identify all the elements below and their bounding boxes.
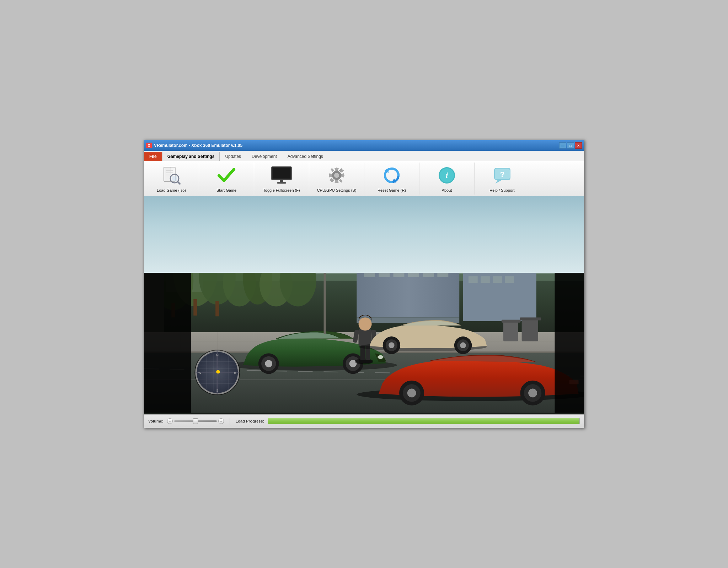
volume-control: − + xyxy=(167,418,224,424)
svg-rect-150 xyxy=(324,262,326,334)
reset-game-label: Reset Game (R) xyxy=(378,188,406,192)
load-progress-label: Load Progress: xyxy=(236,419,264,423)
volume-decrease-button[interactable]: − xyxy=(167,418,173,424)
app-icon: X xyxy=(146,143,152,148)
svg-point-117 xyxy=(265,360,272,367)
svg-marker-25 xyxy=(496,180,502,184)
toggle-fullscreen-button[interactable]: Toggle Fullscreen (F) xyxy=(254,163,309,195)
svg-rect-127 xyxy=(359,329,372,346)
svg-point-17 xyxy=(334,173,339,178)
svg-text:W: W xyxy=(198,371,202,375)
tab-development[interactable]: Development xyxy=(246,152,282,161)
window-controls: — □ ✕ xyxy=(559,142,582,149)
game-viewport: N S W E xyxy=(144,196,584,414)
reset-icon xyxy=(380,164,403,187)
svg-point-130 xyxy=(359,318,372,331)
svg-point-6 xyxy=(172,176,177,181)
svg-rect-148 xyxy=(502,320,521,323)
menu-bar: File Gameplay and Settings Updates Devel… xyxy=(144,151,584,161)
reset-game-button[interactable]: Reset Game (R) xyxy=(364,163,419,195)
tab-advanced-settings[interactable]: Advanced Settings xyxy=(282,152,328,161)
svg-rect-90 xyxy=(493,276,502,283)
svg-rect-91 xyxy=(505,276,514,283)
application-window: X VRemulator.com - Xbox 360 Emulator v.1… xyxy=(144,140,584,428)
help-support-label: Help / Support xyxy=(489,188,514,192)
sky xyxy=(144,196,584,272)
svg-text:S: S xyxy=(216,389,218,392)
about-button[interactable]: i About xyxy=(419,163,475,195)
minimize-button[interactable]: — xyxy=(559,142,566,149)
svg-text:N: N xyxy=(216,354,219,357)
svg-rect-100 xyxy=(193,299,197,315)
help-icon: ? xyxy=(491,164,514,187)
about-icon: i xyxy=(435,164,458,187)
svg-rect-149 xyxy=(520,318,541,320)
svg-rect-126 xyxy=(365,360,372,363)
svg-text:?: ? xyxy=(500,170,504,179)
cpu-gpu-settings-button[interactable]: CPU/GPU Settings (S) xyxy=(309,163,364,195)
monitor-icon xyxy=(270,164,293,187)
svg-rect-11 xyxy=(280,180,283,182)
window-title: VRemulator.com - Xbox 360 Emulator v.1.0… xyxy=(154,143,242,148)
about-label: About xyxy=(442,188,452,192)
title-bar: X VRemulator.com - Xbox 360 Emulator v.1… xyxy=(144,140,584,151)
svg-rect-101 xyxy=(215,301,219,316)
help-support-button[interactable]: ? Help / Support xyxy=(475,163,530,195)
start-game-button[interactable]: Start Game xyxy=(199,163,254,195)
start-game-icon xyxy=(215,164,238,187)
close-button[interactable]: ✕ xyxy=(575,142,582,149)
divider xyxy=(230,418,230,425)
toolbar: Load Game (iso) Start Game xyxy=(144,161,584,196)
maximize-button[interactable]: □ xyxy=(567,142,574,149)
tab-file[interactable]: File xyxy=(144,152,162,161)
tab-updates[interactable]: Updates xyxy=(220,152,246,161)
svg-point-141 xyxy=(407,389,416,398)
game-scene: N S W E xyxy=(144,196,584,414)
title-bar-left: X VRemulator.com - Xbox 360 Emulator v.1… xyxy=(146,143,242,148)
svg-point-137 xyxy=(460,343,466,349)
svg-point-134 xyxy=(389,343,395,349)
toggle-fullscreen-label: Toggle Fullscreen (F) xyxy=(263,188,300,192)
svg-line-8 xyxy=(178,182,180,184)
volume-slider-track xyxy=(174,420,217,422)
volume-increase-button[interactable]: + xyxy=(218,418,224,424)
svg-point-121 xyxy=(378,355,384,359)
svg-rect-88 xyxy=(469,276,478,283)
svg-rect-146 xyxy=(503,321,518,341)
svg-text:E: E xyxy=(234,371,236,375)
load-game-label: Load Game (iso) xyxy=(157,188,186,192)
start-game-label: Start Game xyxy=(216,188,236,192)
svg-rect-125 xyxy=(359,360,366,363)
load-game-button[interactable]: Load Game (iso) xyxy=(144,163,199,195)
svg-rect-147 xyxy=(522,319,538,341)
load-progress-fill xyxy=(268,418,579,424)
gear-icon xyxy=(325,164,348,187)
cpu-gpu-settings-label: CPU/GPU Settings (S) xyxy=(317,188,357,192)
svg-rect-89 xyxy=(481,276,490,283)
tab-gameplay[interactable]: Gameplay and Settings xyxy=(162,152,220,161)
load-game-icon xyxy=(160,164,183,187)
status-bar: Volume: − + Load Progress: xyxy=(144,414,584,428)
svg-point-144 xyxy=(528,389,537,398)
svg-point-167 xyxy=(216,370,220,373)
load-progress-bar xyxy=(268,418,580,424)
volume-slider-thumb[interactable] xyxy=(193,418,198,424)
svg-rect-12 xyxy=(277,182,286,184)
svg-text:i: i xyxy=(446,171,448,180)
volume-label: Volume: xyxy=(148,419,164,423)
svg-rect-10 xyxy=(273,168,290,179)
